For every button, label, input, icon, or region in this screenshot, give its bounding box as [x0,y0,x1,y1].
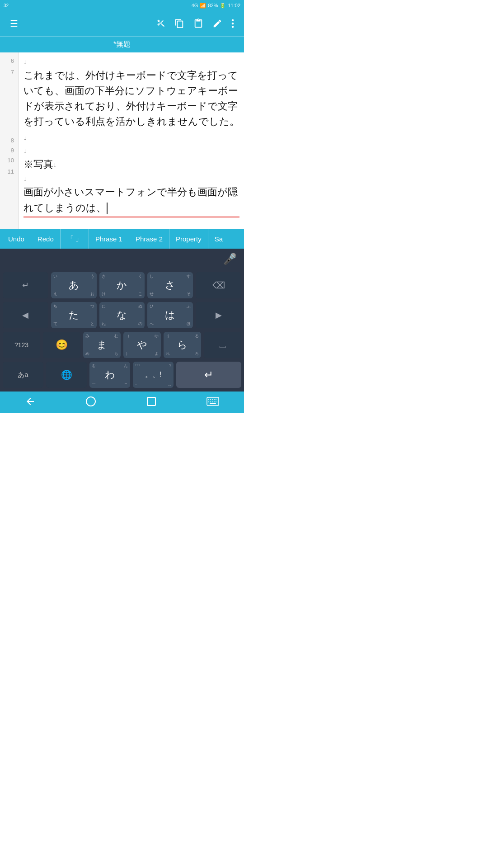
menu-button[interactable]: ☰ [5,14,23,33]
svg-rect-4 [147,397,155,406]
redo-button[interactable]: Redo [31,229,61,249]
line-num-11: 11 [0,165,16,202]
key-ha[interactable]: ひ ふ は へ ほ [147,302,193,328]
property-button[interactable]: Property [169,229,208,249]
line-num-8: 8 [0,136,16,146]
keyboard-row-3: ?123 😊 み む ま め も （ ゆ や ） よ り る [3,332,241,358]
editor-area[interactable]: 6 7 8 9 10 11 ↓ これまでは、外付けキーボードで文字を打っていても… [0,52,244,229]
editor-line-10: ↓ [23,173,239,184]
line-num-9: 9 [0,146,16,156]
battery-percent: 82% [208,3,218,8]
title-bar: *無題 [0,36,244,52]
editor-content[interactable]: ↓ これまでは、外付けキーボードで文字を打っていても、画面の下半分にソフトウェア… [19,52,244,229]
undo-button[interactable]: Undo [2,229,31,249]
editor-line-11: 画面が小さいスマートフォンで半分も画面が隠れてしまうのは、 [23,184,239,217]
keyboard-area: 🎤 ↵ い う あ え お き く か け こ し す [0,249,244,392]
emoji-key[interactable]: 😊 [43,332,80,358]
line-num-6: 6 [0,56,16,66]
sa-button[interactable]: Sa [208,229,229,249]
svg-rect-5 [207,397,219,406]
quick-toolbar: Undo Redo 「 」 Phrase 1 Phrase 2 Property… [0,229,244,249]
key-ta[interactable]: ち つ た て と [51,302,97,328]
calendar-icon: 32 [4,3,9,8]
status-bar: 32 4G 📶 82% 🔋 11:02 [0,0,244,11]
enter-key[interactable]: ↵ [3,272,48,298]
left-arrow-key[interactable]: ◀ [3,302,48,328]
svg-point-1 [232,23,234,25]
cut-button[interactable] [151,15,170,32]
keyboard-rows: ↵ い う あ え お き く か け こ し す さ せ そ [0,269,244,392]
space-key[interactable]: ⎵ [204,332,241,358]
key-sa[interactable]: し す さ せ そ [147,272,193,298]
key-wa[interactable]: を ん わ ー ～ [89,362,130,388]
signal-strength: 📶 [200,3,206,9]
microphone-button[interactable]: 🎤 [223,253,237,265]
line-num-7: 7 [0,66,16,136]
svg-point-2 [232,26,234,28]
phrase2-button[interactable]: Phrase 2 [129,229,169,249]
right-arrow-key[interactable]: ▶ [196,302,241,328]
editor-line-6: ↓ [23,56,239,68]
globe-key[interactable]: 🌐 [46,362,87,388]
more-button[interactable] [227,15,239,32]
line-num-10: 10 [0,156,16,165]
document-title: *無題 [113,40,131,49]
backspace-key[interactable]: ⌫ [196,272,241,298]
svg-point-0 [232,19,234,21]
line-11-text: 画面が小さいスマートフォンで半分も画面が隠れてしまうのは、 [23,184,239,215]
main-toolbar: ☰ [0,11,244,36]
lang-toggle-key[interactable]: あa [3,362,43,388]
return-key[interactable]: ↵ [176,362,241,388]
bracket-button[interactable]: 「 」 [61,229,89,249]
keyboard-nav-button[interactable] [197,393,228,412]
key-na[interactable]: に ぬ な ね の [99,302,145,328]
battery-icon: 🔋 [220,3,226,9]
svg-point-3 [86,397,95,406]
copy-button[interactable] [170,15,189,32]
clock: 11:02 [228,3,240,8]
keyboard-top-bar: 🎤 [0,249,244,269]
nav-bar [0,392,244,413]
line-numbers: 6 7 8 9 10 11 [0,52,19,229]
edit-button[interactable] [208,15,227,32]
key-ka[interactable]: き く か け こ [99,272,145,298]
key-ma[interactable]: み む ま め も [83,332,121,358]
key-a[interactable]: い う あ え お [51,272,97,298]
keyboard-row-2: ◀ ち つ た て と に ぬ な ね の ひ ふ は へ ほ [3,302,241,328]
home-nav-button[interactable] [76,392,105,413]
key-punct[interactable]: □□ ? 。、! 。 … [133,362,174,388]
key-ya[interactable]: （ ゆ や ） よ [123,332,161,358]
editor-line-8: ↓ [23,145,239,156]
network-indicator: 4G [192,3,198,8]
editor-line-9: ※写真↓ [23,156,239,173]
keyboard-row-1: ↵ い う あ え お き く か け こ し す さ せ そ [3,272,241,298]
keyboard-row-4: あa 🌐 を ん わ ー ～ □□ ? 。、! 。 … ↵ [3,362,241,388]
back-nav-button[interactable] [16,392,45,413]
number-key[interactable]: ?123 [3,332,40,358]
phrase1-button[interactable]: Phrase 1 [89,229,129,249]
editor-line-7: これまでは、外付けキーボードで文字を打っていても、画面の下半分にソフトウェアキー… [23,68,239,145]
paste-button[interactable] [189,15,208,32]
recent-nav-button[interactable] [137,392,166,413]
key-ra[interactable]: り る ら れ ろ [164,332,201,358]
line-7-text: これまでは、外付けキーボードで文字を打っていても、画面の下半分にソフトウェアキー… [23,68,239,145]
